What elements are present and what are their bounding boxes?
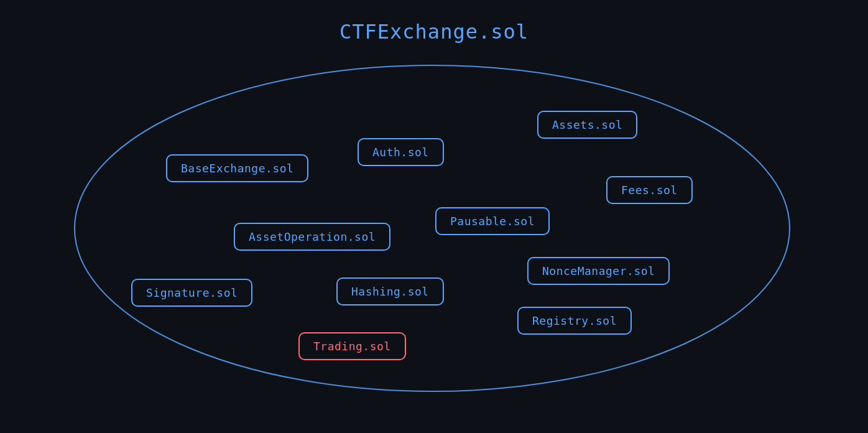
node-auth[interactable]: Auth.sol (358, 138, 444, 166)
node-noncemanager[interactable]: NonceManager.sol (527, 257, 670, 285)
diagram-container: CTFExchange.sol Assets.solAuth.solBaseEx… (0, 0, 868, 433)
ellipse-wrapper (68, 59, 796, 398)
node-registry[interactable]: Registry.sol (517, 307, 632, 335)
node-fees[interactable]: Fees.sol (606, 176, 693, 204)
node-baseexchange[interactable]: BaseExchange.sol (166, 154, 308, 182)
node-pausable[interactable]: Pausable.sol (435, 207, 550, 235)
node-hashing[interactable]: Hashing.sol (336, 277, 444, 305)
node-trading[interactable]: Trading.sol (298, 332, 406, 360)
node-signature[interactable]: Signature.sol (131, 279, 252, 307)
node-assetoperation[interactable]: AssetOperation.sol (234, 223, 390, 251)
node-assets[interactable]: Assets.sol (537, 111, 637, 139)
main-title: CTFExchange.sol (339, 20, 529, 44)
svg-point-0 (75, 65, 790, 391)
